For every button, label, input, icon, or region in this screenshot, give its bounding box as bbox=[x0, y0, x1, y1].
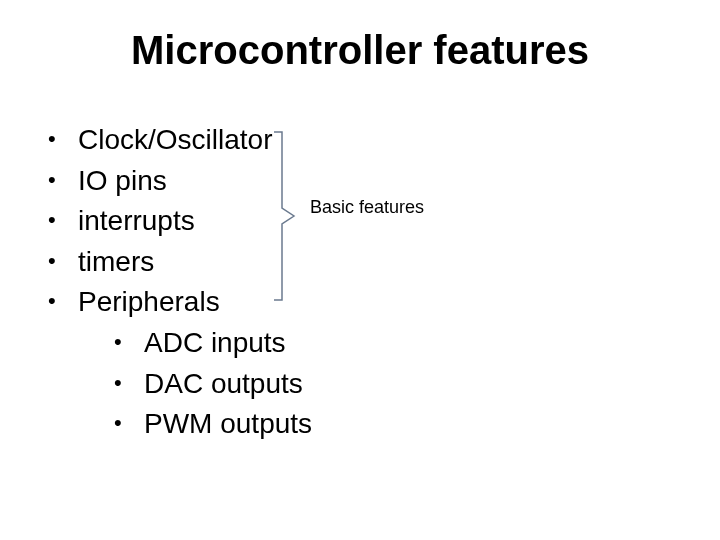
slide-title: Microcontroller features bbox=[0, 28, 720, 73]
annotation-basic-features: Basic features bbox=[310, 197, 424, 218]
subbullet-dac-outputs: DAC outputs bbox=[114, 364, 312, 405]
bullet-peripherals-label: Peripherals bbox=[78, 286, 220, 317]
peripherals-sublist: ADC inputs DAC outputs PWM outputs bbox=[78, 323, 312, 445]
bullet-peripherals: Peripherals ADC inputs DAC outputs PWM o… bbox=[48, 282, 312, 444]
subbullet-pwm-outputs: PWM outputs bbox=[114, 404, 312, 445]
bracket-icon bbox=[272, 130, 296, 302]
subbullet-adc-inputs: ADC inputs bbox=[114, 323, 312, 364]
